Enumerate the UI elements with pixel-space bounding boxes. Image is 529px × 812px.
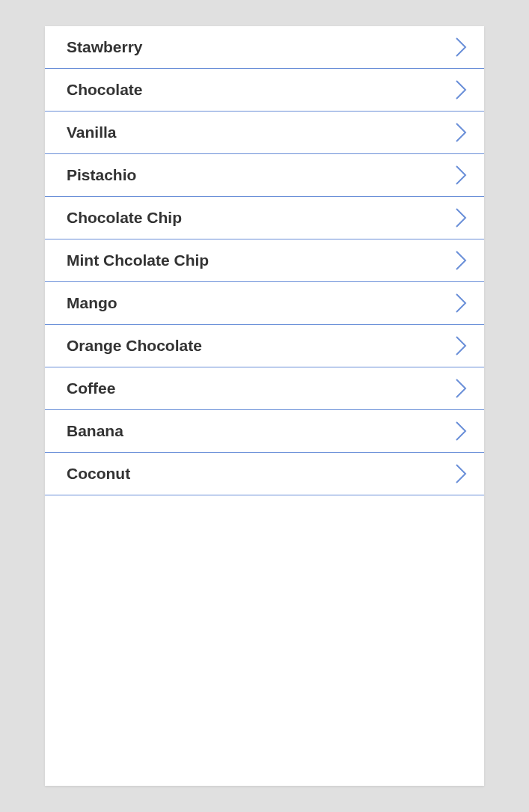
chevron-right-icon (454, 249, 468, 272)
chevron-right-icon (454, 463, 468, 485)
list-item-label: Mint Chcolate Chip (67, 251, 209, 269)
list-item[interactable]: Stawberry (45, 26, 484, 69)
chevron-right-icon (454, 164, 468, 186)
chevron-right-icon (454, 121, 468, 144)
chevron-right-icon (454, 36, 468, 58)
chevron-right-icon (454, 292, 468, 314)
list-item-label: Chocolate Chip (67, 209, 182, 227)
flavor-list: Stawberry Chocolate Vanilla Pistachio Ch… (45, 26, 484, 495)
list-item-label: Orange Chocolate (67, 337, 202, 355)
list-item-label: Chocolate (67, 81, 143, 99)
list-item[interactable]: Chocolate Chip (45, 197, 484, 239)
list-item-label: Coconut (67, 465, 130, 483)
list-item-label: Stawberry (67, 38, 143, 56)
list-item[interactable]: Vanilla (45, 112, 484, 154)
list-item[interactable]: Banana (45, 410, 484, 453)
chevron-right-icon (454, 207, 468, 229)
list-item-label: Vanilla (67, 123, 117, 141)
list-item[interactable]: Orange Chocolate (45, 325, 484, 367)
list-item-label: Pistachio (67, 166, 136, 184)
list-item[interactable]: Mint Chcolate Chip (45, 239, 484, 282)
list-card: Stawberry Chocolate Vanilla Pistachio Ch… (45, 26, 484, 786)
list-item[interactable]: Mango (45, 282, 484, 325)
list-item[interactable]: Coconut (45, 453, 484, 495)
list-item-label: Banana (67, 422, 123, 440)
list-item-label: Mango (67, 294, 117, 312)
chevron-right-icon (454, 377, 468, 400)
chevron-right-icon (454, 79, 468, 101)
list-item[interactable]: Chocolate (45, 69, 484, 112)
list-item[interactable]: Pistachio (45, 154, 484, 197)
list-item-label: Coffee (67, 379, 115, 397)
list-item[interactable]: Coffee (45, 367, 484, 410)
chevron-right-icon (454, 335, 468, 357)
chevron-right-icon (454, 420, 468, 442)
